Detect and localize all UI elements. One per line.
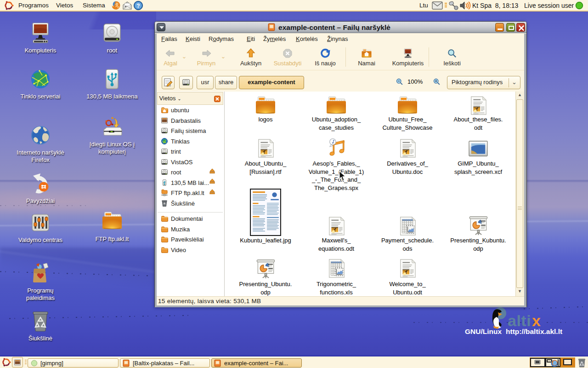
svg-text:alti: alti bbox=[508, 312, 531, 329]
svg-text:?: ? bbox=[136, 3, 140, 9]
svg-text:x: x bbox=[532, 312, 541, 329]
svg-text:GNU/Linux: GNU/Linux bbox=[465, 328, 502, 335]
svg-text:http://baltix.akl.lt: http://baltix.akl.lt bbox=[506, 328, 562, 335]
